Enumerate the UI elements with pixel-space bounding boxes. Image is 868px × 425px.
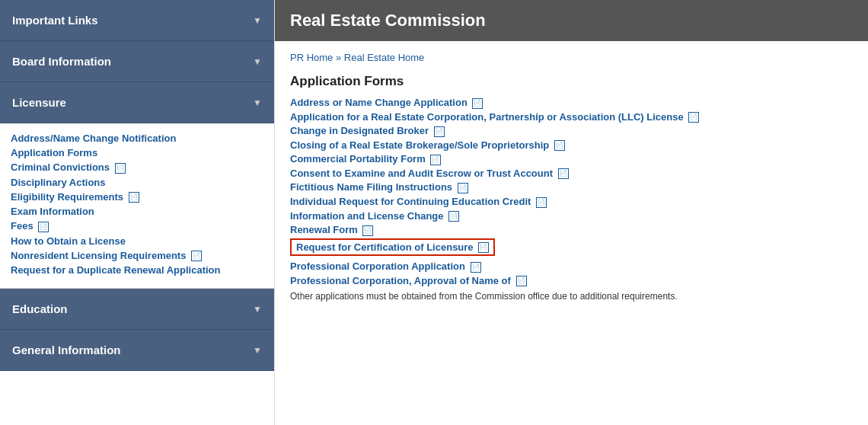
main-content-area: Real Estate Commission PR Home » Real Es… bbox=[275, 0, 868, 425]
sidebar-link-disciplinary[interactable]: Disciplinary Actions bbox=[11, 175, 263, 190]
sidebar-link-fees[interactable]: Fees 📄 bbox=[11, 219, 263, 234]
sidebar-link-address-name[interactable]: Address/Name Change Notification bbox=[11, 131, 263, 145]
sidebar-link-eligibility[interactable]: Eligibility Requirements 📄 bbox=[11, 190, 263, 205]
sidebar-section-label: Important Links bbox=[12, 14, 98, 27]
app-link-consent[interactable]: Consent to Examine and Audit Escrow or T… bbox=[290, 168, 853, 180]
breadcrumb-separator: » bbox=[336, 52, 341, 63]
pdf-icon: 📄 bbox=[38, 222, 49, 232]
pdf-icon: 📄 bbox=[554, 140, 565, 151]
sidebar: Important Links ▼ Board Information ▼ Li… bbox=[0, 0, 275, 425]
pdf-icon: 📄 bbox=[430, 155, 441, 165]
page-title: Real Estate Commission bbox=[275, 0, 868, 41]
app-link-designated-broker[interactable]: Change in Designated Broker 📄 bbox=[290, 125, 853, 137]
app-link-commercial[interactable]: Commercial Portability Form 📄 bbox=[290, 153, 853, 165]
pdf-icon: 📄 bbox=[472, 98, 483, 109]
pdf-icon: 📄 bbox=[516, 276, 527, 286]
main-body: PR Home » Real Estate Home Application F… bbox=[275, 41, 868, 312]
pdf-icon: 📄 bbox=[362, 225, 373, 236]
sidebar-section-board-information[interactable]: Board Information ▼ bbox=[0, 41, 274, 82]
sidebar-link-application-forms[interactable]: Application Forms bbox=[11, 145, 263, 160]
pdf-icon: 📄 bbox=[458, 183, 468, 193]
sidebar-section-important-links[interactable]: Important Links ▼ bbox=[0, 0, 274, 41]
sidebar-link-exam[interactable]: Exam Information bbox=[11, 204, 263, 219]
licensure-submenu: Address/Name Change Notification Applica… bbox=[0, 123, 274, 289]
pdf-icon: 📄 bbox=[191, 251, 202, 261]
chevron-down-icon: ▼ bbox=[253, 345, 262, 356]
pdf-icon: 📄 bbox=[478, 242, 489, 253]
app-link-individual[interactable]: Individual Request for Continuing Educat… bbox=[290, 196, 853, 208]
pdf-icon: 📄 bbox=[471, 262, 481, 273]
chevron-down-icon: ▼ bbox=[253, 97, 262, 108]
breadcrumb: PR Home » Real Estate Home bbox=[290, 52, 853, 63]
app-link-address-name[interactable]: Address or Name Change Application 📄 bbox=[290, 97, 853, 109]
app-link-professional-corp[interactable]: Professional Corporation Application 📄 bbox=[290, 260, 853, 273]
sidebar-link-criminal[interactable]: Criminal Convictions 📄 bbox=[11, 160, 263, 175]
sidebar-section-licensure[interactable]: Licensure ▼ bbox=[0, 82, 274, 123]
app-link-closing[interactable]: Closing of a Real Estate Brokerage/Sole … bbox=[290, 139, 853, 152]
app-link-corporation[interactable]: Application for a Real Estate Corporatio… bbox=[290, 111, 853, 123]
chevron-down-icon: ▼ bbox=[253, 304, 262, 315]
app-link-professional-corp-name[interactable]: Professional Corporation, Approval of Na… bbox=[290, 275, 853, 287]
sidebar-section-general-information[interactable]: General Information ▼ bbox=[0, 330, 274, 371]
pdf-icon: 📄 bbox=[536, 197, 547, 208]
sidebar-section-label: General Information bbox=[12, 344, 121, 356]
breadcrumb-current[interactable]: Real Estate Home bbox=[344, 52, 425, 63]
pdf-icon: 📄 bbox=[434, 126, 445, 137]
sidebar-section-label: Licensure bbox=[12, 96, 66, 109]
sidebar-link-how-obtain[interactable]: How to Obtain a License bbox=[11, 234, 263, 248]
breadcrumb-home[interactable]: PR Home bbox=[290, 52, 333, 63]
chevron-down-icon: ▼ bbox=[253, 56, 262, 67]
section-title: Application Forms bbox=[290, 74, 853, 89]
pdf-icon: 📄 bbox=[129, 192, 139, 203]
sidebar-link-duplicate[interactable]: Request for a Duplicate Renewal Applicat… bbox=[11, 263, 263, 277]
pdf-icon: 📄 bbox=[448, 211, 459, 222]
footer-note: Other applications must be obtained from… bbox=[290, 291, 853, 302]
pdf-icon: 📄 bbox=[115, 163, 126, 174]
sidebar-section-education[interactable]: Education ▼ bbox=[0, 289, 274, 330]
pdf-icon: 📄 bbox=[688, 112, 699, 123]
chevron-down-icon: ▼ bbox=[253, 15, 262, 26]
sidebar-section-label: Board Information bbox=[12, 55, 111, 68]
app-link-fictitious[interactable]: Fictitious Name Filing Instructions 📄 bbox=[290, 181, 853, 193]
app-link-certification-highlighted[interactable]: Request for Certification of Licensure 📄 bbox=[290, 238, 495, 257]
sidebar-link-nonresident[interactable]: Nonresident Licensing Requirements 📄 bbox=[11, 248, 263, 264]
app-link-info-license[interactable]: Information and License Change 📄 bbox=[290, 210, 853, 222]
app-link-renewal[interactable]: Renewal Form 📄 bbox=[290, 224, 853, 236]
sidebar-section-label: Education bbox=[12, 302, 68, 315]
pdf-icon: 📄 bbox=[558, 168, 569, 179]
